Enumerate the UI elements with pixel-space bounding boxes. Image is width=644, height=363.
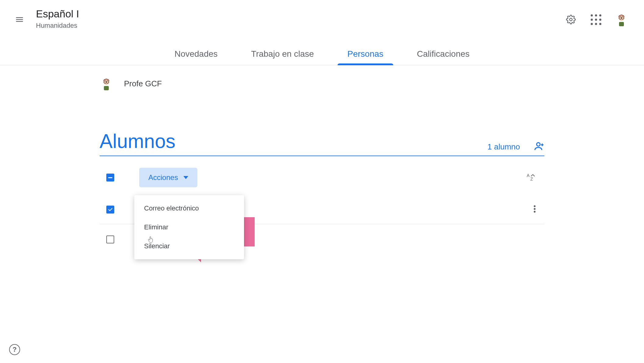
main-content: Profe GCF Alumnos 1 alumno Acciones A Z … [54, 77, 590, 255]
teacher-name: Profe GCF [124, 79, 162, 88]
tab-news[interactable]: Novedades [175, 45, 218, 65]
svg-point-11 [537, 143, 540, 146]
actions-dropdown-menu: Correo electrónico Eliminar Silenciar [134, 195, 244, 259]
person-add-icon [534, 141, 544, 151]
actions-button-label: Acciones [148, 173, 178, 182]
select-all-checkbox[interactable] [106, 174, 114, 182]
help-button[interactable]: ? [9, 344, 20, 355]
svg-point-15 [534, 208, 536, 210]
actions-dropdown-button[interactable]: Acciones [139, 168, 197, 187]
more-vert-icon [533, 205, 536, 213]
tab-classwork[interactable]: Trabajo en clase [251, 45, 314, 65]
svg-point-16 [534, 211, 536, 213]
header-actions [565, 13, 628, 26]
students-section-header: Alumnos 1 alumno [100, 130, 544, 156]
students-section-right: 1 alumno [487, 141, 544, 153]
profile-avatar[interactable] [615, 13, 628, 26]
svg-text:Z: Z [530, 177, 533, 182]
tab-people[interactable]: Personas [347, 45, 383, 65]
google-apps-button[interactable] [590, 13, 602, 26]
class-subtitle: Humanidades [36, 22, 79, 30]
class-title-block: Español I Humanidades [36, 8, 79, 30]
invite-student-button[interactable] [534, 141, 544, 153]
menu-item-email[interactable]: Correo electrónico [134, 199, 244, 218]
teacher-row: Profe GCF [100, 77, 544, 90]
hamburger-icon [15, 15, 24, 24]
avatar-icon [615, 13, 628, 26]
invited-checkbox[interactable] [106, 235, 114, 243]
student-more-button[interactable] [533, 205, 536, 214]
svg-point-14 [534, 205, 536, 207]
sort-az-icon: A Z [526, 173, 536, 182]
sort-button[interactable]: A Z [526, 173, 536, 182]
student-checkbox[interactable] [106, 206, 114, 214]
check-icon [108, 207, 113, 212]
svg-point-0 [570, 18, 572, 21]
teacher-avatar[interactable] [100, 77, 113, 90]
settings-button[interactable] [565, 13, 577, 26]
menu-item-mute[interactable]: Silenciar [134, 237, 244, 256]
bulk-actions-row: Acciones A Z Correo electrónico Eliminar… [100, 156, 544, 195]
menu-item-remove[interactable]: Eliminar [134, 218, 244, 237]
student-count: 1 alumno [487, 142, 520, 152]
class-title[interactable]: Español I [36, 8, 79, 20]
tab-grades[interactable]: Calificaciones [417, 45, 470, 65]
nav-tabs: Novedades Trabajo en clase Personas Cali… [0, 45, 644, 65]
svg-rect-3 [619, 22, 624, 26]
hamburger-menu-button[interactable] [12, 12, 27, 27]
avatar-icon [100, 77, 113, 90]
app-header: Español I Humanidades [0, 0, 644, 30]
svg-text:A: A [527, 173, 530, 178]
question-icon: ? [12, 346, 16, 354]
svg-rect-8 [104, 86, 109, 90]
apps-grid-icon [591, 14, 601, 25]
gear-icon [566, 15, 576, 24]
chevron-down-icon [183, 176, 188, 179]
students-section-title: Alumnos [100, 130, 175, 153]
